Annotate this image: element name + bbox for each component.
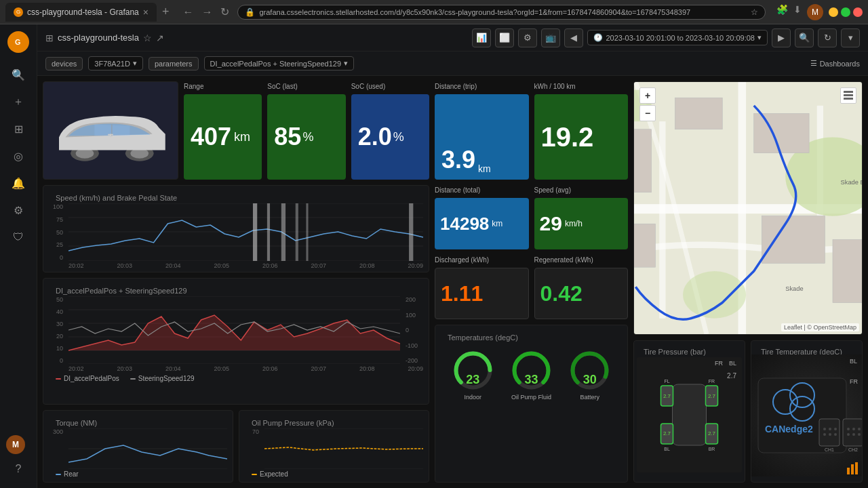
svg-rect-50 — [754, 114, 809, 153]
settings-button[interactable]: ⚙ — [518, 28, 537, 47]
download-icon[interactable]: ⬇ — [793, 4, 802, 20]
parameter-selector[interactable]: DI_accelPedalPos + SteeringSpeed129 ▾ — [204, 56, 355, 70]
sidebar-item-help[interactable]: ? — [6, 457, 31, 481]
profile-icon[interactable]: M — [807, 4, 823, 20]
accel-x-axis: 20:02 20:03 20:04 20:05 20:06 20:07 20:0… — [49, 364, 423, 372]
legend-accel-color — [56, 378, 61, 380]
devices-tag: devices — [45, 57, 83, 70]
bar-chart-svg — [847, 461, 858, 474]
back-button[interactable]: ← — [180, 5, 196, 20]
more-button[interactable]: ▾ — [841, 28, 860, 47]
dist-total-unit: km — [492, 219, 502, 228]
speed-avg-card: 29 km/h — [534, 198, 629, 249]
bl-label: BL — [729, 360, 736, 367]
tab-favicon: G — [14, 7, 23, 17]
torque-legend: Rear — [49, 469, 227, 479]
oil-pump-label: Oil Pump Fluid — [511, 394, 551, 401]
svg-rect-95 — [855, 462, 858, 474]
sidebar-item-alerts[interactable]: 🔔 — [6, 171, 31, 195]
map-attribution: Leaflet | © OpenStreetMap — [781, 323, 859, 331]
torque-title: Torque (NM) — [49, 415, 227, 428]
soc-last-label: SoC (last) — [267, 81, 345, 92]
discharged-value: 1.11 — [441, 281, 483, 306]
sidebar-item-shield[interactable]: 🛡 — [6, 225, 31, 249]
tire-pressure-car: 2.7 2.7 2.7 2.7 FL FR BL BR — [637, 371, 742, 459]
tab-close-icon[interactable]: × — [143, 7, 149, 18]
device-selector[interactable]: 3F78A21D ▾ — [88, 56, 143, 70]
range-value: 407 — [191, 123, 231, 151]
torque-y-label: 300 — [49, 428, 66, 469]
grid-icon: ⊞ — [45, 33, 54, 43]
dashboards-link[interactable]: ☰ Dashboards — [810, 59, 860, 68]
chevron-down-icon: ▾ — [757, 33, 762, 42]
zoom-out-map-button[interactable]: − — [639, 105, 656, 121]
grafana-logo[interactable]: G — [7, 31, 29, 53]
oil-y-label: 70 — [245, 428, 262, 469]
extensions-icon[interactable]: 🧩 — [776, 4, 788, 20]
accel-chart-canvas — [68, 296, 400, 364]
user-avatar[interactable]: M — [6, 435, 25, 454]
speed-x-axis: 20:02 20:03 20:04 20:05 20:06 20:07 20:0… — [49, 261, 423, 269]
trip-stats-row: Distance (trip) 3.9 km kWh / 100 km 19.2 — [435, 81, 628, 180]
new-tab-button[interactable]: + — [162, 5, 170, 19]
menu-icon: ☰ — [810, 59, 817, 68]
dashboards-text: Dashboards — [820, 60, 860, 68]
zoom-in-button[interactable]: 🔍 — [795, 28, 814, 47]
accel-chart-panel: DI_accelPedalPos + SteeringSpeed129 50 4… — [43, 278, 429, 405]
dist-trip-label: Distance (trip) — [435, 81, 529, 92]
battery-label: Battery — [580, 394, 600, 401]
speed-avg-value: 29 — [540, 212, 562, 235]
indoor-value: 23 — [466, 373, 479, 387]
table-icon-button[interactable]: ⬜ — [495, 28, 514, 47]
star-icon[interactable]: ☆ — [143, 33, 152, 43]
forward-button[interactable]: → — [199, 5, 215, 20]
reload-button[interactable]: ↻ — [218, 4, 232, 20]
time-range-picker[interactable]: 🕐 2023-03-10 20:01:00 to 2023-03-10 20:0… — [587, 30, 768, 45]
speed-chart-canvas — [68, 203, 423, 261]
soc-last-value: 85 — [274, 123, 301, 151]
legend-steering-label: SteeringSpeed129 — [138, 375, 195, 382]
sidebar-item-explore[interactable]: ◎ — [6, 144, 31, 168]
graph-icon-button[interactable]: 📊 — [472, 28, 491, 47]
nav-right-button[interactable]: ▶ — [772, 28, 791, 47]
address-bar[interactable]: 🔒 grafana.csselectronics.stellarhosted.c… — [237, 5, 766, 20]
tv-button[interactable]: 📺 — [541, 28, 560, 47]
bar-chart-icon — [847, 461, 858, 476]
kwh-value: 19.2 — [541, 122, 594, 152]
nav-left-button[interactable]: ◀ — [564, 28, 583, 47]
refresh-button[interactable]: ↻ — [818, 28, 837, 47]
tab-title: css-playground-tesla - Grafana — [27, 7, 139, 17]
sidebar-item-dashboards[interactable]: ⊞ — [6, 117, 31, 141]
svg-rect-16 — [267, 203, 270, 261]
svg-point-47 — [683, 271, 746, 319]
car-image — [46, 97, 175, 165]
map-layers-button[interactable] — [840, 87, 856, 104]
close-button[interactable] — [853, 7, 863, 17]
svg-text:BL: BL — [664, 447, 670, 451]
svg-point-87 — [847, 428, 850, 430]
regenerated-card: 0.42 — [534, 268, 629, 319]
accel-chart-title: DI_accelPedalPos + SteeringSpeed129 — [49, 283, 423, 296]
sidebar-item-settings[interactable]: ⚙ — [6, 198, 31, 222]
dist-total-label: Distance (total) — [435, 185, 529, 195]
bookmark-icon[interactable]: ☆ — [751, 7, 758, 17]
svg-text:Skade Bake...: Skade Bake... — [841, 179, 862, 186]
svg-point-81 — [823, 428, 826, 430]
share-icon[interactable]: ↗ — [156, 33, 164, 43]
soc-used-card-wrap: SoC (used) 2.0 % — [351, 81, 429, 180]
browser-action-buttons: 🧩 ⬇ M — [776, 4, 823, 20]
torque-panel: Torque (NM) 300 — [43, 410, 233, 483]
sidebar-item-add[interactable]: ＋ — [6, 89, 31, 114]
right-column: Skade Bake... Skade + − Leaflet | © Open… — [633, 81, 863, 483]
minimize-button[interactable] — [829, 7, 838, 17]
map-panel[interactable]: Skade Bake... Skade + − Leaflet | © Open… — [633, 81, 863, 335]
zoom-in-map-button[interactable]: + — [639, 87, 656, 104]
map-zoom-controls[interactable]: + − — [639, 87, 656, 121]
soc-used-label: SoC (used) — [351, 81, 429, 92]
sidebar-item-search[interactable]: 🔍 — [6, 62, 31, 87]
device-value: 3F78A21D — [94, 60, 130, 68]
dist-total-wrap: Distance (total) 14298 km — [435, 185, 529, 249]
soc-last-card: 85 % — [267, 94, 345, 180]
maximize-button[interactable] — [841, 7, 850, 17]
browser-tab[interactable]: G css-playground-tesla - Grafana × — [5, 3, 157, 22]
